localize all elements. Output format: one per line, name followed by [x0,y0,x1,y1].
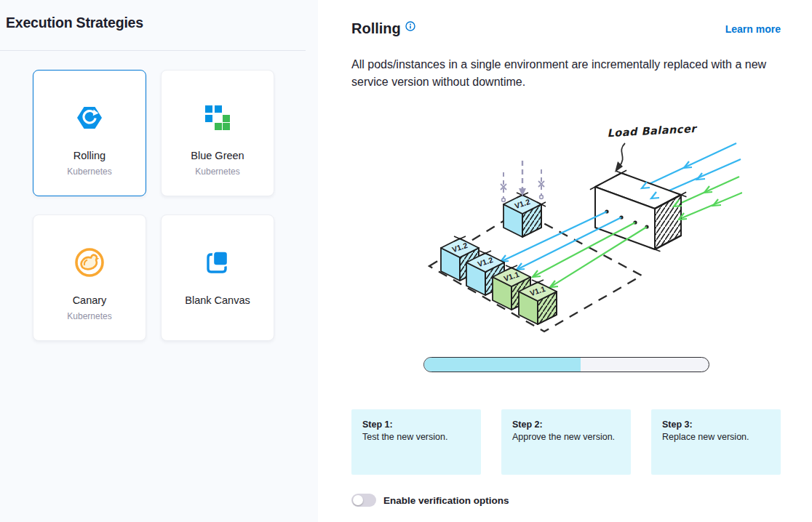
card-label: Canary [73,294,107,306]
card-sublabel: Kubernetes [195,166,239,177]
info-icon[interactable] [405,21,415,34]
deploy-crane-lines [501,161,544,201]
card-sublabel: Kubernetes [67,311,111,321]
step-card-2: Step 2: Approve the new version. [501,409,631,475]
card-label: Rolling [73,150,106,161]
step-text: Replace new version. [662,431,770,443]
strategy-cards: Rolling Kubernetes Blue Green Kubernetes [33,70,318,341]
rolling-illustration: Load Balancer V1.2 V1.2 V1.2 V1.1 V1.1 [407,116,742,348]
verification-toggle-row: Enable verification options [351,494,781,507]
steps-row: Step 1: Test the new version. Step 2: Ap… [351,409,781,475]
card-label: Blue Green [191,150,244,161]
panel-divider [0,50,306,51]
strategy-card-blue-green[interactable]: Blue Green Kubernetes [161,70,274,196]
load-balancer-label: Load Balancer [607,123,698,140]
rolling-illustration-svg: Load Balancer V1.2 V1.2 V1.2 V1.1 V1.1 [407,116,742,348]
progress-fill [424,358,581,372]
toggle-label: Enable verification options [383,495,509,506]
toggle-knob [353,495,363,505]
progress-bar [423,357,709,372]
strategy-panel: Execution Strategies Rolling Kubernetes [0,0,318,522]
step-card-3: Step 3: Replace new version. [651,409,781,475]
learn-more-link[interactable]: Learn more [725,23,781,35]
card-label: Blank Canvas [185,294,250,306]
load-balancer-annotation: Load Balancer [607,123,698,172]
card-sublabel: Kubernetes [67,166,111,177]
strategy-card-blank-canvas[interactable]: Blank Canvas [161,214,274,341]
details-title: Rolling [351,20,401,37]
execution-strategies-screen: Execution Strategies Rolling Kubernetes [0,0,812,522]
blank-canvas-icon [204,246,231,278]
step-title: Step 1: [362,419,470,431]
rolling-icon [75,102,104,134]
panel-title: Execution Strategies [0,15,318,31]
step-text: Test the new version. [362,431,470,443]
step-card-1: Step 1: Test the new version. [351,409,481,475]
step-text: Approve the new version. [512,431,620,443]
canary-icon [73,246,106,278]
blue-green-icon [204,102,231,134]
details-header: Rolling Learn more [351,20,781,37]
step-title: Step 2: [512,419,620,431]
details-description: All pods/instances in a single environme… [351,56,781,91]
strategy-card-rolling[interactable]: Rolling Kubernetes [33,70,146,196]
details-panel: Rolling Learn more All pods/instances in… [318,0,812,522]
verification-toggle[interactable] [351,494,376,507]
strategy-card-canary[interactable]: Canary Kubernetes [33,214,146,341]
step-title: Step 3: [662,419,770,431]
